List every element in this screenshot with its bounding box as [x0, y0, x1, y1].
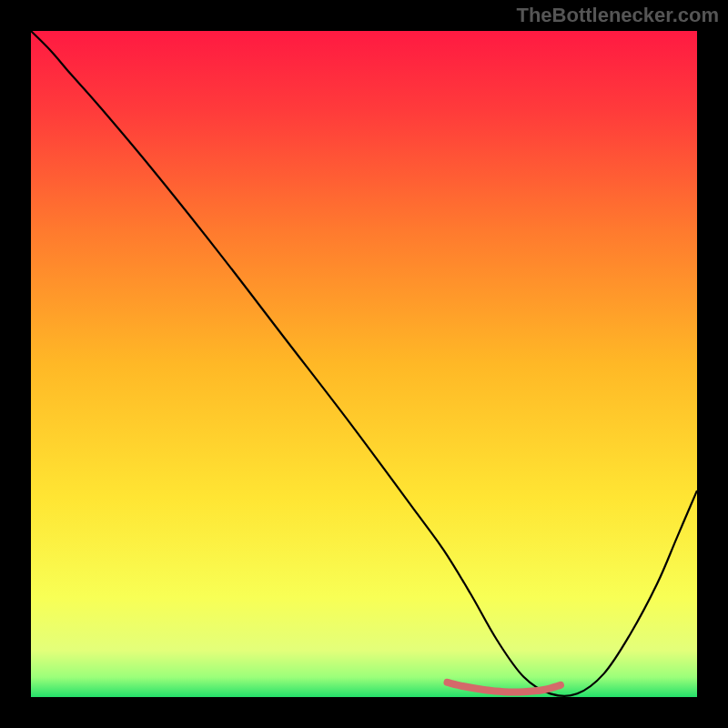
watermark-text: TheBottlenecker.com: [516, 4, 719, 27]
chart-svg: [31, 31, 697, 697]
chart-frame: TheBottlenecker.com: [0, 0, 728, 728]
plot-area: [31, 31, 697, 697]
chart-background: [31, 31, 697, 697]
